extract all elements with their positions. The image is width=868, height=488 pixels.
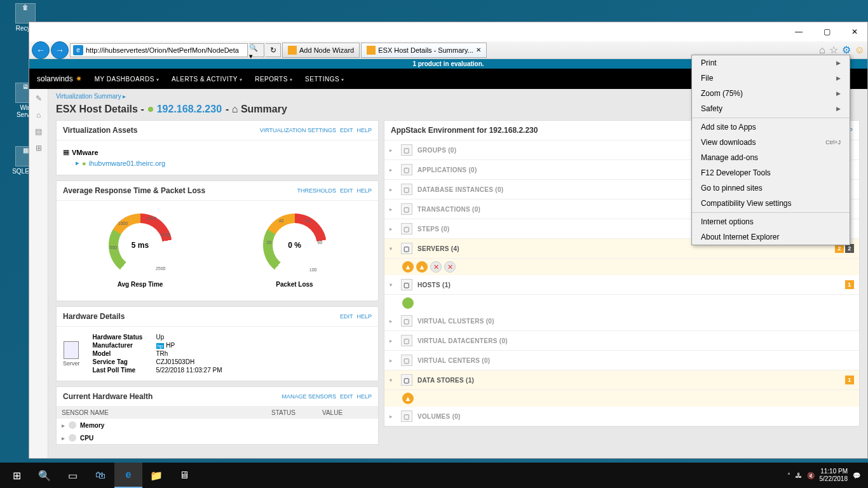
sensor-row[interactable]: ▸ CPU xyxy=(57,431,378,444)
ie-menu-item[interactable]: F12 Developer Tools xyxy=(692,165,850,180)
link-help[interactable]: HELP xyxy=(356,127,372,133)
hw-row: ModelTRh xyxy=(93,349,222,358)
widget-virt-assets: Virtualization Assets VIRTUALIZATION SET… xyxy=(56,120,379,175)
tree-root[interactable]: ▦VMware xyxy=(63,147,372,158)
widget-title: Virtualization Assets xyxy=(63,126,137,135)
stack-status-row: ▲▲✕✕ xyxy=(384,259,859,275)
menu-dashboards[interactable]: MY DASHBOARDS xyxy=(95,76,159,83)
storage-nav-icon[interactable]: ▤ xyxy=(35,127,42,136)
forward-button[interactable]: → xyxy=(51,41,69,59)
ie-menu-item[interactable]: Zoom (75%)▶ xyxy=(692,86,850,101)
hw-row: Last Poll Time5/22/2018 11:03:27 PM xyxy=(93,366,222,374)
search-button[interactable]: 🔍 ▾ xyxy=(249,43,264,57)
ie-menu-item[interactable]: View downloadsCtrl+J xyxy=(692,135,850,150)
solarwinds-logo[interactable]: solarwinds✷ xyxy=(37,74,82,83)
menu-reports[interactable]: REPORTS xyxy=(255,76,292,83)
ie-menu-item[interactable]: About Internet Explorer xyxy=(692,229,850,245)
tab-add-node[interactable]: Add Node Wizard xyxy=(282,43,360,58)
link-help[interactable]: HELP xyxy=(356,313,372,320)
ie-tools-menu: Print▶File▶Zoom (75%)▶Safety▶Add site to… xyxy=(691,55,850,245)
gauge-label: Avg Resp Time xyxy=(109,281,172,288)
menu-settings[interactable]: SETTINGS xyxy=(305,76,344,83)
pencil-icon[interactable]: ✎ xyxy=(36,94,42,103)
link-edit[interactable]: EDIT xyxy=(340,127,353,133)
link-help[interactable]: HELP xyxy=(356,393,372,400)
sensor-row[interactable]: ▸ Memory xyxy=(57,419,378,431)
ie-menu-item[interactable]: Internet options xyxy=(692,214,850,229)
stack-status-row: ▲ xyxy=(384,390,859,407)
tray-network-icon[interactable]: 🖧 xyxy=(796,472,802,479)
link-edit[interactable]: EDIT xyxy=(340,393,353,400)
tab-label: ESX Host Details - Summary... xyxy=(378,46,473,54)
tray-up-icon[interactable]: ˄ xyxy=(787,472,790,479)
home-nav-icon[interactable]: ⌂ xyxy=(36,111,41,119)
sensor-table-header: SENSOR NAME STATUS VALUE xyxy=(57,407,378,419)
back-button[interactable]: ← xyxy=(32,41,50,59)
address-bar[interactable]: e http://ihubservertest/Orion/NetPerfMon… xyxy=(70,43,248,57)
gauge-packet-loss: 20 40 60 80 100 0 % xyxy=(263,214,327,288)
vmware-icon: ▦ xyxy=(63,148,69,156)
stack-row[interactable]: ▸▢VIRTUAL CLUSTERS (0) xyxy=(384,311,859,331)
app-taskbar-button[interactable]: 🖥 xyxy=(170,463,198,488)
menu-alerts[interactable]: ALERTS & ACTIVITY xyxy=(172,76,242,83)
solarwinds-icon xyxy=(288,46,297,55)
hw-row: Hardware StatusUp xyxy=(93,333,222,341)
copy-nav-icon[interactable]: ⊞ xyxy=(36,144,42,152)
taskbar: ⊞ 🔍 ▭ 🛍 e 📁 🖥 ˄ 🖧 🔇 11:10 PM 5/22/2018 💬 xyxy=(0,463,868,488)
start-button[interactable]: ⊞ xyxy=(3,463,31,488)
widget-health: Current Hardware Health MANAGE SENSORS E… xyxy=(56,386,379,445)
widget-response-time: Average Response Time & Packet Loss THRE… xyxy=(56,180,379,301)
tray-notifications-icon[interactable]: 💬 xyxy=(853,472,860,479)
stack-row[interactable]: ▸▢VIRTUAL DATACENTERS (0) xyxy=(384,331,859,351)
ie-menu-item[interactable]: Manage add-ons xyxy=(692,150,850,165)
maximize-button[interactable]: ▢ xyxy=(819,24,834,39)
ie-menu-item[interactable]: Compatibility View settings xyxy=(692,196,850,211)
ie-menu-item[interactable]: Go to pinned sites xyxy=(692,180,850,196)
stack-row[interactable]: ▾▢HOSTS (1)1 xyxy=(384,275,859,295)
refresh-button[interactable]: ↻ xyxy=(266,43,281,57)
tray-volume-icon[interactable]: 🔇 xyxy=(807,472,815,479)
link-help[interactable]: HELP xyxy=(356,187,372,194)
tab-close-icon[interactable]: ✕ xyxy=(476,46,481,53)
link-edit[interactable]: EDIT xyxy=(340,313,353,320)
stack-row[interactable]: ▸▢VOLUMES (0) xyxy=(384,407,859,426)
tab-label: Add Node Wizard xyxy=(299,46,354,54)
gauge-label: Packet Loss xyxy=(263,281,327,288)
status-dot-icon: ● xyxy=(82,159,86,167)
hw-row: Manufacturerhp HP xyxy=(93,341,222,349)
ie-menu-item[interactable]: Print▶ xyxy=(692,55,850,71)
widget-title: Average Response Time & Packet Loss xyxy=(63,186,205,195)
ie-menu-item[interactable]: File▶ xyxy=(692,71,850,86)
link-virt-settings[interactable]: VIRTUALIZATION SETTINGS xyxy=(260,127,336,133)
stack-row[interactable]: ▾▢DATA STORES (1)1 xyxy=(384,370,859,390)
widget-hardware: Hardware Details EDIT HELP Server Hardwa… xyxy=(56,306,379,381)
tray-clock[interactable]: 11:10 PM 5/22/2018 xyxy=(820,468,848,483)
window-titlebar: — ▢ ✕ xyxy=(29,22,867,41)
ie-menu-item[interactable]: Add site to Apps xyxy=(692,119,850,135)
search-button[interactable]: 🔍 xyxy=(31,463,58,488)
explorer-taskbar-button[interactable]: 📁 xyxy=(142,463,170,488)
ie-taskbar-button[interactable]: e xyxy=(114,463,142,488)
ie-menu-item[interactable]: Safety▶ xyxy=(692,101,850,116)
smiley-icon[interactable]: ☺ xyxy=(855,44,865,56)
link-thresholds[interactable]: THRESHOLDS xyxy=(297,187,336,194)
tree-child[interactable]: ▸ ● ihubvmware01.theirc.org xyxy=(76,158,372,168)
ie-icon: e xyxy=(73,45,83,55)
tab-esx-host[interactable]: ESX Host Details - Summary... ✕ xyxy=(361,43,487,58)
hw-row: Service TagCZJ01503DH xyxy=(93,358,222,366)
close-button[interactable]: ✕ xyxy=(847,24,862,39)
server-icon: Server xyxy=(63,341,80,367)
home-icon[interactable]: ⌂ xyxy=(819,44,825,56)
url-text: http://ihubservertest/Orion/NetPerfMon/N… xyxy=(86,46,239,54)
widget-title: AppStack Environment for 192.168.2.230 xyxy=(391,126,538,135)
link-manage-sensors[interactable]: MANAGE SENSORS xyxy=(281,393,336,400)
gauge-resp-time: 500 1000 1500 2000 2500 5 ms xyxy=(109,214,172,288)
widget-title: Hardware Details xyxy=(63,312,125,321)
page-title-ip[interactable]: 192.168.2.230 xyxy=(157,104,222,115)
stack-row[interactable]: ▸▢VIRTUAL CENTERS (0) xyxy=(384,351,859,370)
store-button[interactable]: 🛍 xyxy=(86,463,114,488)
task-view-button[interactable]: ▭ xyxy=(58,463,86,488)
minimize-button[interactable]: — xyxy=(791,24,806,39)
widget-title: Current Hardware Health xyxy=(63,392,153,401)
link-edit[interactable]: EDIT xyxy=(340,187,353,194)
